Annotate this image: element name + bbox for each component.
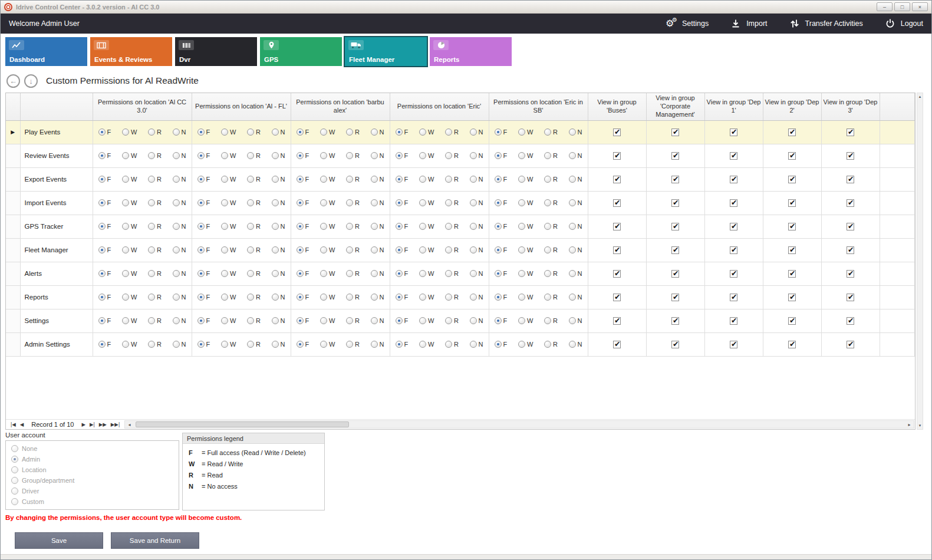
import-button[interactable]: Import (730, 18, 767, 29)
row-label[interactable]: Alerts (20, 262, 93, 285)
view-checkbox[interactable]: ✔ (788, 270, 796, 278)
grid-row-reports[interactable]: ReportsFWRNFWRNFWRNFWRNFWRN✔✔✔✔✔ (6, 285, 915, 309)
permission-option-F[interactable]: F (197, 341, 210, 348)
row-label[interactable]: GPS Tracker (20, 215, 93, 238)
radio-button[interactable] (470, 199, 477, 206)
permission-option-W[interactable]: W (320, 270, 335, 277)
permission-option-W[interactable]: W (221, 223, 236, 230)
scroll-left-icon[interactable]: ◂ (125, 421, 134, 428)
radio-button[interactable] (445, 176, 452, 183)
first-record-button[interactable]: |◀ (11, 421, 16, 427)
radio-button[interactable] (272, 199, 279, 206)
grid-row-admin-settings[interactable]: Admin SettingsFWRNFWRNFWRNFWRNFWRN✔✔✔✔✔ (6, 332, 915, 356)
column-header-view-in-group-corporate-management[interactable]: View in group 'Corporate Management' (646, 93, 704, 120)
permission-option-R[interactable]: R (544, 129, 558, 136)
tab-events-reviews[interactable]: Events & Reviews (90, 37, 172, 66)
radio-button[interactable] (445, 317, 452, 324)
radio-button[interactable] (247, 176, 254, 183)
radio-button[interactable] (495, 223, 502, 230)
permission-option-N[interactable]: N (173, 223, 186, 230)
radio-button[interactable] (297, 246, 304, 253)
permission-option-F[interactable]: F (98, 176, 111, 183)
radio-button[interactable] (247, 246, 254, 253)
account-type-admin[interactable]: Admin (11, 456, 173, 463)
last-record-button[interactable]: ▶| (90, 421, 95, 427)
permission-option-W[interactable]: W (122, 270, 137, 277)
permission-option-W[interactable]: W (122, 246, 137, 253)
permission-option-N[interactable]: N (470, 223, 483, 230)
permission-option-F[interactable]: F (495, 341, 508, 348)
permission-option-F[interactable]: F (297, 152, 309, 159)
account-type-none[interactable]: None (11, 445, 173, 452)
next-record-button[interactable]: ▶ (81, 421, 85, 427)
permission-option-N[interactable]: N (569, 176, 582, 183)
permission-option-R[interactable]: R (346, 270, 360, 277)
radio-button[interactable] (445, 129, 452, 136)
permission-option-F[interactable]: F (98, 317, 111, 324)
radio-button[interactable] (470, 246, 477, 253)
radio-button[interactable] (495, 199, 502, 206)
permission-option-F[interactable]: F (396, 129, 409, 136)
radio-button[interactable] (320, 129, 327, 136)
permission-option-N[interactable]: N (173, 246, 186, 253)
radio-button[interactable] (173, 176, 180, 183)
radio-button[interactable] (396, 246, 403, 253)
save-button[interactable]: Save (15, 532, 103, 549)
radio-button[interactable] (419, 152, 426, 159)
permission-option-F[interactable]: F (396, 176, 409, 183)
radio-button[interactable] (122, 176, 129, 183)
radio-button[interactable] (173, 246, 180, 253)
permission-option-N[interactable]: N (173, 129, 186, 136)
permission-option-W[interactable]: W (122, 199, 137, 206)
radio-button[interactable] (371, 317, 378, 324)
radio-button[interactable] (272, 246, 279, 253)
permission-option-N[interactable]: N (371, 317, 384, 324)
permission-option-W[interactable]: W (419, 317, 434, 324)
permission-option-F[interactable]: F (495, 317, 508, 324)
permission-option-F[interactable]: F (495, 294, 508, 301)
row-label[interactable]: Play Events (20, 120, 93, 144)
grid-row-alerts[interactable]: AlertsFWRNFWRNFWRNFWRNFWRN✔✔✔✔✔ (6, 262, 915, 285)
radio-button[interactable] (320, 176, 327, 183)
radio-button[interactable] (518, 223, 525, 230)
radio-button[interactable] (419, 246, 426, 253)
row-label[interactable]: Fleet Manager (20, 238, 93, 262)
permission-option-N[interactable]: N (371, 246, 384, 253)
radio-button[interactable] (544, 270, 551, 277)
row-label[interactable]: Reports (20, 285, 93, 309)
radio-button[interactable] (320, 199, 327, 206)
permission-option-N[interactable]: N (569, 270, 582, 277)
permission-option-R[interactable]: R (247, 246, 261, 253)
vertical-scrollbar[interactable]: ▴ ▾ (917, 93, 923, 430)
view-checkbox[interactable]: ✔ (613, 129, 621, 136)
radio-button[interactable] (544, 223, 551, 230)
radio-button[interactable] (470, 152, 477, 159)
permission-option-F[interactable]: F (297, 129, 309, 136)
radio-button[interactable] (544, 129, 551, 136)
view-checkbox[interactable]: ✔ (613, 223, 621, 230)
radio-button[interactable] (396, 129, 403, 136)
radio-button[interactable] (122, 152, 129, 159)
radio-button[interactable] (148, 223, 155, 230)
radio-button[interactable] (569, 152, 576, 159)
permission-option-R[interactable]: R (445, 176, 459, 183)
radio-button[interactable] (495, 270, 502, 277)
permission-option-R[interactable]: R (445, 223, 459, 230)
permission-option-N[interactable]: N (371, 199, 384, 206)
radio-button[interactable] (470, 129, 477, 136)
view-checkbox[interactable]: ✔ (730, 199, 737, 207)
view-checkbox[interactable]: ✔ (788, 341, 796, 348)
radio-button[interactable] (98, 129, 106, 136)
permission-option-N[interactable]: N (470, 176, 483, 183)
permission-option-R[interactable]: R (148, 317, 162, 324)
permission-option-N[interactable]: N (470, 199, 483, 206)
view-checkbox[interactable]: ✔ (730, 294, 737, 301)
permission-option-R[interactable]: R (247, 176, 261, 183)
radio-button[interactable] (148, 246, 155, 253)
account-type-group-department[interactable]: Group/department (11, 477, 173, 484)
radio-button[interactable] (569, 317, 576, 324)
radio-button[interactable] (544, 294, 551, 301)
radio-button[interactable] (173, 270, 180, 277)
radio-button[interactable] (371, 176, 378, 183)
permission-option-W[interactable]: W (221, 341, 236, 348)
